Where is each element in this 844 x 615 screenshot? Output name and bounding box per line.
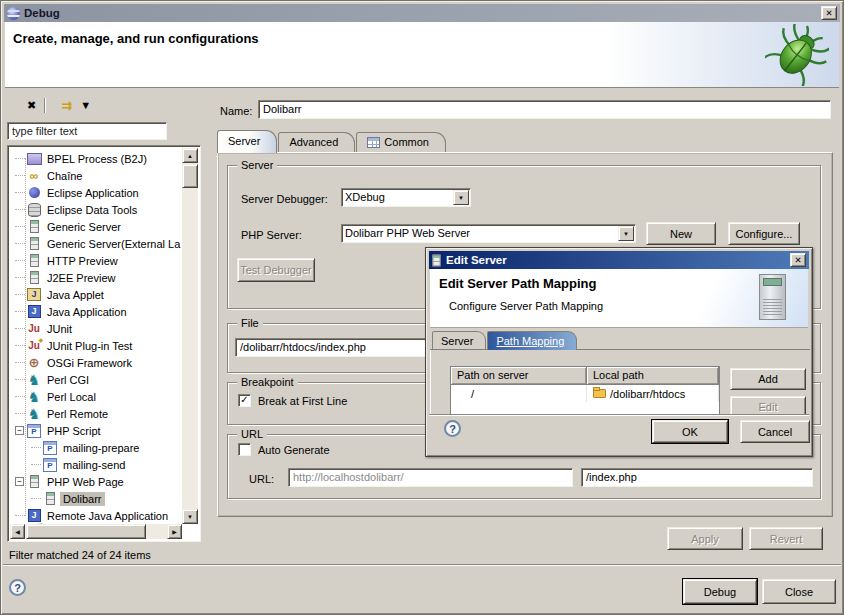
tree-item-label: Java Application	[44, 305, 130, 319]
tree-item-label: Perl CGI	[44, 373, 92, 387]
delete-icon[interactable]: ✖	[27, 99, 36, 112]
server-icon	[26, 253, 42, 269]
tree-guide-stub	[15, 158, 25, 159]
eclipse-logo-icon	[7, 7, 20, 20]
tree-expander-icon[interactable]: −	[15, 477, 24, 486]
add-button[interactable]: Add	[730, 368, 806, 390]
tree-item-perl-cgi[interactable]: Perl CGI	[10, 371, 182, 388]
break-first-line-checkbox[interactable]	[238, 394, 251, 407]
tree-item-java-application[interactable]: Java Application	[10, 303, 182, 320]
tab-server[interactable]: Server	[217, 130, 277, 153]
help-icon[interactable]: ?	[444, 420, 461, 437]
close-button[interactable]: Close	[762, 579, 836, 604]
url-input: http://localhostdolibarr/	[288, 468, 573, 487]
tab-path-mapping[interactable]: Path Mapping	[487, 331, 577, 350]
auto-generate-checkbox[interactable]	[238, 443, 251, 456]
tree-guide-stub	[15, 396, 25, 397]
tree-item-junit-plug-in-test[interactable]: JUnit Plug-in Test	[10, 337, 182, 354]
osgi-icon	[26, 355, 42, 371]
tree-guide-stub	[15, 328, 25, 329]
tree-item-cha-ne[interactable]: Chaîne	[10, 167, 182, 184]
chain-icon	[26, 168, 42, 184]
tree-item-perl-remote[interactable]: Perl Remote	[10, 405, 182, 422]
url-group-title: URL	[237, 428, 267, 440]
name-input[interactable]: Dolibarr	[258, 100, 831, 119]
configure-button[interactable]: Configure...	[728, 222, 800, 245]
tab-server[interactable]: Server	[432, 331, 486, 350]
tree-item-eclipse-data-tools[interactable]: Eclipse Data Tools	[10, 201, 182, 218]
scroll-thumb[interactable]	[26, 524, 146, 539]
footer-separator	[3, 564, 841, 566]
eclipse-icon	[26, 185, 42, 201]
tree-item-junit[interactable]: JUnit	[10, 320, 182, 337]
tab-common[interactable]: Common	[356, 132, 446, 153]
vertical-scrollbar[interactable]: ▲ ▼	[182, 148, 198, 524]
column-header-path-on-server[interactable]: Path on server	[451, 367, 587, 385]
tree-item-j2ee-preview[interactable]: J2EE Preview	[10, 269, 182, 286]
tree-item-java-applet[interactable]: Java Applet	[10, 286, 182, 303]
cancel-button[interactable]: Cancel	[740, 420, 810, 443]
scroll-track[interactable]	[182, 163, 198, 509]
tree-item-php-web-page[interactable]: −PHP Web Page	[10, 473, 182, 490]
tree-expander-icon[interactable]: −	[15, 426, 24, 435]
tree-guide-stub	[31, 498, 41, 499]
tree-item-label: PHP Script	[44, 424, 104, 438]
junit-icon	[26, 321, 42, 337]
tree-item-dolibarr[interactable]: Dolibarr	[10, 490, 182, 507]
close-icon[interactable]: ✕	[790, 253, 806, 267]
config-tabs: ServerAdvancedCommon	[217, 131, 447, 153]
close-icon[interactable]: ✕	[821, 6, 837, 20]
tree-item-mailing-send[interactable]: mailing-send	[10, 456, 182, 473]
server-icon	[30, 220, 39, 233]
tree-item-label: J2EE Preview	[44, 271, 118, 285]
tab-label: Advanced	[289, 136, 338, 148]
table-cell-path-on-server[interactable]: /	[451, 385, 587, 402]
chevron-down-icon[interactable]: ▼	[453, 190, 469, 205]
tree-item-osgi-framework[interactable]: OSGi Framework	[10, 354, 182, 371]
junit-plugin-icon	[26, 338, 42, 354]
tree-item-mailing-prepare[interactable]: mailing-prepare	[10, 439, 182, 456]
php-icon	[42, 457, 58, 473]
scroll-down-icon[interactable]: ▼	[182, 509, 198, 524]
edit-server-tabs: ServerPath Mapping	[432, 330, 578, 350]
help-icon[interactable]: ?	[9, 579, 26, 596]
tree-guide-stub	[31, 447, 41, 448]
page-title: Create, manage, and run configurations	[13, 31, 259, 46]
tree-item-generic-server-external-la[interactable]: Generic Server(External La	[10, 235, 182, 252]
ok-button[interactable]: OK	[652, 420, 728, 443]
table-cell-local-path[interactable]: /dolibarr/htdocs	[587, 385, 719, 402]
horizontal-scrollbar[interactable]: ◀ ▶	[10, 524, 182, 539]
tree-guide-stub	[15, 192, 25, 193]
tree-item-eclipse-application[interactable]: Eclipse Application	[10, 184, 182, 201]
chevron-down-icon[interactable]: ▼	[618, 226, 634, 241]
tree-item-php-script[interactable]: −PHP Script	[10, 422, 182, 439]
tree-item-label: OSGi Framework	[44, 356, 135, 370]
php-server-select[interactable]: Dolibarr PHP Web Server ▼	[341, 224, 636, 243]
server-debugger-select[interactable]: XDebug ▼	[341, 188, 471, 207]
revert-button: Revert	[749, 527, 823, 550]
column-header-local-path[interactable]: Local path	[587, 367, 719, 385]
filter-input[interactable]: type filter text	[7, 122, 167, 140]
tree-guide-stub	[15, 175, 25, 176]
tree-item-generic-server[interactable]: Generic Server	[10, 218, 182, 235]
dropdown-caret-icon[interactable]: ▼	[80, 99, 91, 111]
debug-button[interactable]: Debug	[683, 579, 757, 604]
tree-item-perl-local[interactable]: Perl Local	[10, 388, 182, 405]
tree-item-http-preview[interactable]: HTTP Preview	[10, 252, 182, 269]
tree-guide-stub	[15, 226, 25, 227]
table-icon	[367, 137, 380, 148]
scroll-thumb[interactable]	[182, 164, 198, 188]
tree-guide-stub	[15, 260, 25, 261]
filter-icon[interactable]: ⇉	[61, 99, 72, 112]
tree-guide-stub	[15, 294, 25, 295]
tree-item-remote-java-application[interactable]: Remote Java Application	[10, 507, 182, 524]
scroll-up-icon[interactable]: ▲	[182, 148, 198, 163]
scroll-left-icon[interactable]: ◀	[10, 524, 25, 539]
path-mapping-table[interactable]: Path on serverLocal path//dolibarr/htdoc…	[450, 366, 720, 414]
new-button[interactable]: New	[646, 222, 716, 245]
url-path-input[interactable]: /index.php	[581, 468, 813, 487]
scroll-right-icon[interactable]: ▶	[167, 524, 182, 539]
tab-advanced[interactable]: Advanced	[278, 132, 355, 153]
tree-item-bpel-process-b2j[interactable]: BPEL Process (B2J)	[10, 150, 182, 167]
tree-guide-stub	[31, 464, 41, 465]
